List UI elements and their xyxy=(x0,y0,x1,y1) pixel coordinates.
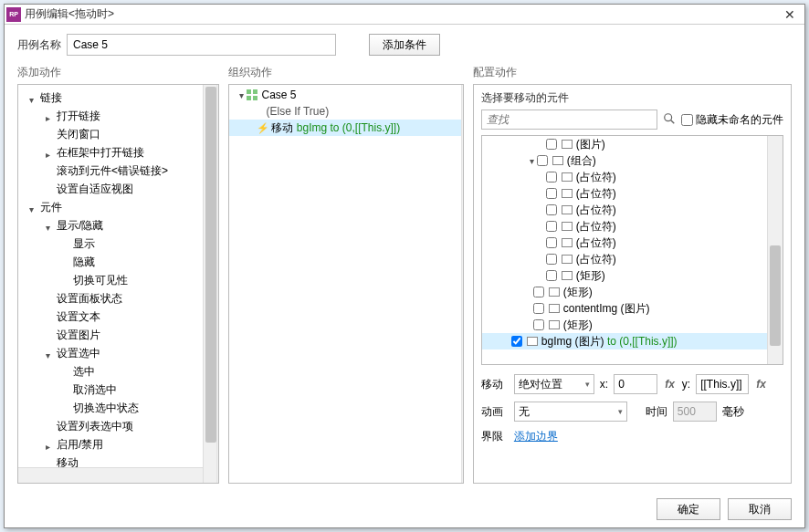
widget-shape-icon xyxy=(562,222,573,231)
tree-item[interactable]: 切换选中状态 xyxy=(22,399,218,417)
tree-item[interactable]: 关闭窗口 xyxy=(22,125,218,143)
add-actions-tree[interactable]: 链接打开链接关闭窗口在框架中打开链接滚动到元件<错误链接>设置自适应视图元件显示… xyxy=(18,85,218,475)
tree-spacer xyxy=(46,184,55,193)
chevron-right-icon[interactable] xyxy=(46,111,55,120)
resize-grip[interactable] xyxy=(216,85,219,483)
tree-item[interactable]: 隐藏 xyxy=(22,253,218,271)
hide-unnamed-toggle[interactable]: 隐藏未命名的元件 xyxy=(681,112,783,128)
widget-checkbox[interactable] xyxy=(546,204,557,215)
chevron-down-icon[interactable] xyxy=(46,349,55,358)
tree-item[interactable]: 切换可见性 xyxy=(22,271,218,289)
x-fx-button[interactable]: fx xyxy=(663,378,677,391)
chevron-down-icon[interactable]: ▾ xyxy=(236,90,246,100)
tree-item[interactable]: 显示/隐藏 xyxy=(22,216,218,235)
widget-label: (占位符) xyxy=(576,252,616,267)
anim-select[interactable]: 无 xyxy=(514,402,627,422)
search-icon[interactable] xyxy=(663,112,676,128)
tree-item[interactable]: 设置图片 xyxy=(22,326,218,344)
scrollbar-v[interactable] xyxy=(767,136,783,364)
widget-row[interactable]: (占位符) xyxy=(482,202,783,218)
tree-item[interactable]: 设置选中 xyxy=(22,344,218,362)
widget-row[interactable]: (占位符) xyxy=(482,218,783,235)
widget-checkbox[interactable] xyxy=(546,237,557,248)
titlebar[interactable]: RP 用例编辑<拖动时> ✕ xyxy=(5,5,804,25)
tree-item-label: 元件 xyxy=(40,200,62,215)
widget-row[interactable]: (矩形) xyxy=(482,317,783,333)
tree-item[interactable]: 取消选中 xyxy=(22,381,218,399)
case-row[interactable]: ▾ Case 5 xyxy=(229,87,462,103)
widget-row[interactable]: (占位符) xyxy=(482,251,783,267)
widget-checkbox[interactable] xyxy=(546,270,557,281)
action-row[interactable]: ⚡ 移动 bgImg to (0,[[This.y]]) xyxy=(229,120,462,136)
widget-checkbox[interactable] xyxy=(511,336,522,347)
widget-row[interactable]: (矩形) xyxy=(482,267,783,284)
widget-checkbox[interactable] xyxy=(546,221,557,232)
tree-item[interactable]: 在框架中打开链接 xyxy=(22,143,218,162)
resize-grip[interactable] xyxy=(461,85,464,483)
tree-item[interactable]: 选中 xyxy=(22,362,218,381)
chevron-right-icon[interactable] xyxy=(46,440,55,449)
widget-checkbox[interactable] xyxy=(546,172,557,183)
tree-item[interactable]: 启用/禁用 xyxy=(22,435,218,454)
tree-item[interactable]: 显示 xyxy=(22,235,218,253)
case-name-input[interactable] xyxy=(67,34,336,56)
tree-item[interactable]: 元件 xyxy=(22,198,218,216)
add-bound-link[interactable]: 添加边界 xyxy=(514,429,558,444)
app-icon: RP xyxy=(6,7,21,22)
tree-item[interactable]: 滚动到元件<错误链接> xyxy=(22,162,218,180)
tree-item[interactable]: 设置列表选中项 xyxy=(22,417,218,435)
x-input[interactable] xyxy=(614,374,657,394)
widget-row[interactable]: (矩形) xyxy=(482,284,783,300)
x-label: x: xyxy=(600,378,608,391)
widget-checkbox[interactable] xyxy=(533,303,544,314)
search-input[interactable] xyxy=(481,110,657,130)
widget-row[interactable]: bgImg (图片) to (0,[[This.y]]) xyxy=(482,333,783,349)
widget-row[interactable]: (图片) xyxy=(482,136,783,152)
scrollbar-thumb[interactable] xyxy=(205,87,216,443)
tree-item[interactable]: 链接 xyxy=(22,89,218,107)
widget-checkbox[interactable] xyxy=(533,319,544,330)
tree-item[interactable]: 设置面板状态 xyxy=(22,289,218,308)
panel-title-add: 添加动作 xyxy=(17,65,219,80)
y-input[interactable] xyxy=(696,374,749,394)
add-condition-button[interactable]: 添加条件 xyxy=(369,34,440,56)
cancel-button[interactable]: 取消 xyxy=(728,498,792,520)
tree-spacer xyxy=(62,403,71,412)
widget-row[interactable]: (占位符) xyxy=(482,235,783,251)
chevron-down-icon[interactable] xyxy=(29,93,38,102)
widget-row[interactable]: (占位符) xyxy=(482,185,783,202)
scrollbar-thumb[interactable] xyxy=(770,245,781,346)
anim-label: 动画 xyxy=(481,404,509,420)
widget-checkbox[interactable] xyxy=(546,188,557,199)
move-type-select[interactable]: 绝对位置 xyxy=(514,374,594,394)
y-fx-button[interactable]: fx xyxy=(754,378,768,391)
chevron-down-icon[interactable] xyxy=(46,221,55,230)
scrollbar-h[interactable] xyxy=(18,467,203,483)
chevron-down-icon[interactable] xyxy=(29,203,38,212)
widget-row[interactable]: (占位符) xyxy=(482,169,783,185)
config-panel: 配置动作 选择要移动的元件 隐藏未命名的元件 (图片) xyxy=(473,65,792,484)
tree-item[interactable]: 打开链接 xyxy=(22,107,218,125)
widget-checkbox[interactable] xyxy=(533,287,544,297)
widget-checkbox[interactable] xyxy=(546,254,557,265)
widget-row[interactable]: contentImg (图片) xyxy=(482,300,783,317)
hide-unnamed-checkbox[interactable] xyxy=(681,114,693,126)
svg-rect-2 xyxy=(247,96,251,100)
widget-label: (矩形) xyxy=(576,268,605,284)
organize-tree[interactable]: ▾ Case 5 (Else If True) ⚡ 移动 xyxy=(229,85,462,138)
widget-label: (矩形) xyxy=(563,285,593,300)
widget-shape-icon xyxy=(562,205,573,214)
tree-item-label: 切换可见性 xyxy=(73,273,128,288)
chevron-down-icon[interactable]: ▾ xyxy=(528,156,537,166)
tree-item[interactable]: 设置文本 xyxy=(22,308,218,326)
ok-button[interactable]: 确定 xyxy=(657,498,720,520)
tree-item[interactable]: 设置自适应视图 xyxy=(22,180,218,198)
tree-item-label: 显示/隐藏 xyxy=(57,218,103,234)
widget-tree[interactable]: (图片)▾(组合)(占位符)(占位符)(占位符)(占位符)(占位符)(占位符)(… xyxy=(482,136,783,349)
close-icon[interactable]: ✕ xyxy=(777,5,803,24)
chevron-right-icon[interactable] xyxy=(46,148,55,157)
widget-checkbox[interactable] xyxy=(537,155,548,166)
widget-checkbox[interactable] xyxy=(546,139,557,150)
widget-row[interactable]: ▾(组合) xyxy=(482,152,783,169)
tree-spacer xyxy=(62,239,71,248)
